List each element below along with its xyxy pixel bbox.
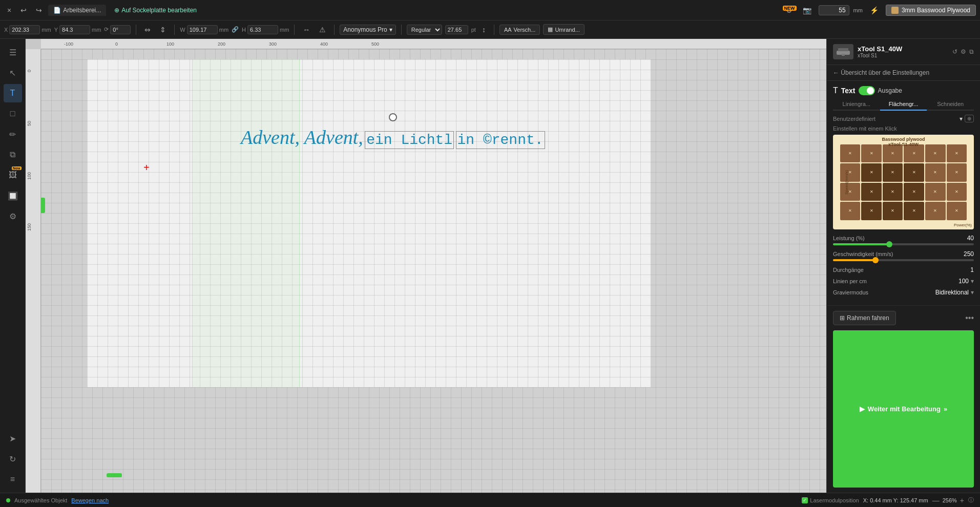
sidebar-item-images[interactable]: 🖼 New	[4, 166, 22, 184]
more-options-button[interactable]: •••	[965, 313, 974, 323]
material-preview[interactable]: Basswood plywood xTool-S1-40W Speed(mm/s…	[833, 135, 974, 229]
canvas-area[interactable]: -100 0 100 200 300 400 500 0 50 100 150	[26, 39, 826, 493]
sidebar-item-rotate[interactable]: ↻	[4, 450, 22, 468]
weiter-expand-icon: »	[944, 405, 947, 413]
svg-rect-2	[842, 54, 845, 56]
sidebar-item-layers[interactable]: ⧉	[4, 145, 22, 164]
font-selector[interactable]: Anonymous Pro ▾	[340, 25, 395, 35]
undo-button[interactable]: ↩	[17, 4, 30, 16]
sidebar-item-cursor[interactable]: ↖	[4, 64, 22, 82]
coord-status: X: 0.44 mm Y: 125.47 mm	[863, 497, 928, 503]
umrandung-button[interactable]: ▦ Umrand...	[543, 24, 584, 35]
cell-17: ✕	[925, 183, 946, 201]
doc-tab[interactable]: 📄 Arbeitsberei...	[48, 5, 106, 16]
tab-flaechengravur[interactable]: Flächengr...	[880, 98, 927, 111]
leistung-slider-container: Leistung (%) 40	[833, 235, 974, 245]
material-button[interactable]: 3mm Basswood Plywood	[886, 5, 976, 16]
sidebar-item-shapes[interactable]: □	[4, 104, 22, 123]
output-toggle[interactable]	[859, 86, 875, 95]
cell-18: ✕	[947, 183, 967, 201]
graviermodus-label: Graviermodus	[833, 289, 868, 295]
line-height-button[interactable]: ↕	[479, 24, 489, 36]
canvas-background[interactable]: Advent, Advent, ein Lichtl in ©rennt. +	[41, 49, 826, 493]
camera-button[interactable]: 📷	[800, 4, 815, 16]
cell-16: ✕	[904, 183, 924, 201]
cell-15: ✕	[883, 183, 903, 201]
divider1	[136, 25, 136, 35]
settings-panel-icon[interactable]: ⚙	[961, 48, 966, 55]
leistung-thumb[interactable]	[886, 241, 892, 247]
back-link[interactable]: ← Übersicht über die Einstellungen	[827, 65, 980, 81]
work-grid	[87, 59, 651, 387]
angle-icon: ⟳	[104, 26, 109, 33]
bewegen-label[interactable]: Bewegen nach	[71, 497, 109, 503]
export-icon-btn[interactable]: ⊕	[965, 115, 974, 122]
cell-24: ✕	[947, 202, 967, 220]
sidebar-item-menu[interactable]: ☰	[4, 43, 22, 61]
font-style-select[interactable]: Regular Bold Italic	[407, 25, 442, 35]
align-h-button[interactable]: ⇔	[141, 24, 154, 36]
sidebar-item-smart[interactable]: 🔲	[4, 186, 22, 205]
preview-title: Basswood plywood	[882, 137, 925, 142]
laser-checkbox[interactable]: ✓ Lasermodulposition	[802, 497, 859, 503]
copy-icon[interactable]: ⧉	[969, 48, 974, 55]
x-input[interactable]	[9, 25, 40, 34]
tab-schneiden[interactable]: Schneiden	[927, 98, 974, 111]
text-cursive-segment[interactable]: Advent, Advent,	[241, 126, 363, 148]
redo-button[interactable]: ↪	[33, 4, 45, 16]
cell-12: ✕	[947, 163, 967, 182]
flip-v-button[interactable]: ⚠	[316, 24, 329, 36]
x-coord-group: X mm	[4, 25, 51, 34]
info-icon[interactable]: ⓘ	[968, 496, 974, 504]
h-input[interactable]	[247, 25, 278, 34]
geschwindigkeit-thumb[interactable]	[872, 257, 879, 263]
zoom-plus-button[interactable]: +	[960, 496, 964, 504]
y-label: Y	[54, 27, 58, 33]
align-v-button[interactable]: ⇕	[157, 24, 169, 36]
canvas-text-container[interactable]: Advent, Advent, ein Lichtl in ©rennt.	[241, 126, 545, 149]
work-area[interactable]: Advent, Advent, ein Lichtl in ©rennt. +	[87, 59, 651, 387]
w-input[interactable]	[187, 25, 218, 34]
refresh-icon[interactable]: ↺	[952, 48, 957, 55]
close-button[interactable]: ×	[4, 4, 14, 16]
tab-liniengravur[interactable]: Liniengra...	[833, 98, 880, 111]
cell-6: ✕	[947, 144, 967, 163]
device-header: xTool S1_40W xTool S1 ↺ ⚙ ⧉	[827, 39, 980, 65]
linien-dropdown-icon[interactable]: ▾	[971, 278, 974, 285]
cell-2: ✕	[861, 144, 882, 163]
sidebar-item-machine[interactable]: ⚙	[4, 207, 22, 225]
cell-22: ✕	[904, 202, 924, 220]
weiter-button[interactable]: ▶ Weiter mit Bearbeitung »	[833, 330, 974, 488]
rahmen-button[interactable]: ⊞ Rahmen fahren	[833, 311, 896, 325]
leistung-track[interactable]	[833, 243, 974, 245]
laser-label: Lasermodulposition	[810, 497, 859, 503]
graviermodus-dropdown-icon[interactable]: ▾	[971, 289, 974, 296]
calibrate-button[interactable]: ⚡	[867, 4, 882, 16]
y-input[interactable]	[59, 25, 90, 34]
sidebar-item-pen[interactable]: ✏	[4, 125, 22, 143]
text-section-title: Text	[841, 87, 856, 95]
geschwindigkeit-track[interactable]	[833, 259, 974, 261]
text-mono-segment-2[interactable]: in ©rennt.	[456, 131, 545, 149]
sidebar-item-text[interactable]: T	[4, 84, 22, 102]
zoom-minus-button[interactable]: —	[932, 496, 940, 504]
cell-13: ✕	[840, 183, 861, 201]
sidebar-item-arrow[interactable]: ➤	[4, 429, 22, 448]
save-tab[interactable]: ⊕ Auf Sockelplatte bearbeiten	[109, 5, 202, 16]
linien-label: Linien per cm	[833, 278, 867, 284]
sidebar-item-stack[interactable]: ≡	[4, 470, 22, 489]
font-size-input[interactable]	[445, 25, 468, 34]
status-indicator	[6, 498, 10, 502]
crosshair-cursor: +	[143, 162, 150, 174]
chevron-down-icon: ▾	[960, 115, 963, 122]
mm-input[interactable]	[819, 5, 849, 15]
flip-h-button[interactable]: ↔	[300, 24, 313, 36]
rotate-handle[interactable]	[389, 113, 397, 121]
verschmelzen-button[interactable]: AA Versch...	[499, 25, 540, 35]
doc-tab-label: Arbeitsberei...	[63, 7, 101, 14]
text-mono-segment-1[interactable]: ein Lichtl	[365, 131, 454, 149]
mm-unit-label: mm	[853, 7, 863, 13]
angle-input[interactable]	[110, 25, 131, 34]
ruler-horizontal: -100 0 100 200 300 400 500	[41, 39, 826, 49]
cell-10: ✕	[904, 163, 924, 182]
